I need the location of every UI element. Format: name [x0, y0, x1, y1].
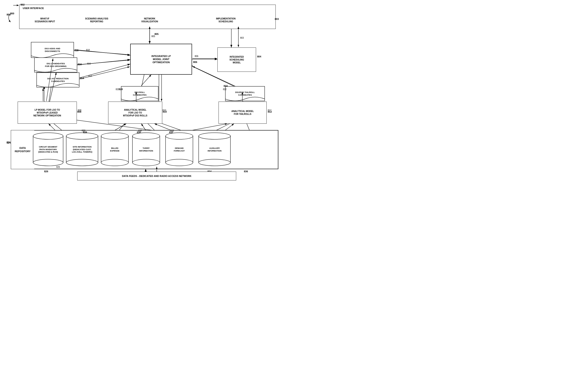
ref-826: 826 [44, 170, 48, 173]
ds1-candidates-box: DS1 CANDIDATES FOR DS3 GROOMING [34, 57, 77, 73]
ref-806: 806 [193, 61, 197, 63]
ref-805: 805 [154, 33, 159, 35]
svg-point-40 [33, 159, 63, 166]
network-viz-box: NETWORK VISUALIZATION [123, 11, 176, 29]
ref-820: 820 [119, 88, 123, 91]
demand-forecast-cylinder: DEMAND FORECAST [165, 132, 193, 166]
svg-point-54 [199, 133, 230, 139]
what-if-box: WHAT-IF SCENARIOS INPUT [20, 11, 70, 29]
svg-text:816: 816 [87, 63, 91, 65]
lp-model-box: LP MODEL FOR LSO TO MTSO/PoP LEASED NETW… [18, 102, 77, 124]
ref-836: 836 [244, 170, 248, 173]
svg-point-46 [101, 159, 128, 166]
analytical-lso-box: ANALYTICAL MODEL FOR LSO TO MTSO/PoP DS3… [108, 102, 162, 124]
diagram: 800 800 USER INTERFACE 802 WHAT-IF SCENA… [0, 0, 288, 196]
ds1-iot-box: DS1 IOT REDUCTION CANDIDATES [36, 73, 79, 87]
svg-line-86 [154, 124, 171, 130]
ref-818: 818 [74, 49, 78, 52]
ds1-ds3-tail-box: DS1/DS3 TAILROLL CANDIDATES [225, 86, 265, 101]
svg-line-82 [115, 124, 126, 130]
billed-expense-cylinder: BILLED EXPENSE [101, 132, 129, 166]
integrated-sched-box: INTEGRATED SCHEDULING MODEL [217, 48, 256, 72]
scenario-analysis-box: SCENARIO ANALYSIS REPORTING [70, 11, 123, 29]
ds3-adds-box: DS3 ADDS AND DISCONNECTS [31, 42, 74, 58]
svg-line-89 [225, 124, 234, 130]
ref-810: 810 [163, 110, 167, 113]
auxiliary-info-cylinder: AUXILIARY INFORMATION [198, 132, 231, 166]
circuit-segment-cylinder: CIRCUIT SEGMENT /PATH INVENTORY (DEDICAT… [33, 132, 64, 166]
svg-text:806: 806 [195, 55, 198, 57]
data-repository-box: DATA REPOSITORY [11, 130, 34, 169]
ref-828: 828 [83, 131, 87, 134]
svg-text:800: 800 [10, 12, 14, 15]
svg-point-45 [101, 133, 128, 139]
svg-point-51 [166, 133, 193, 139]
svg-line-66 [77, 60, 130, 65]
svg-point-48 [132, 133, 160, 139]
ref-803: 803 [275, 18, 279, 20]
ref-812: 812 [268, 110, 272, 113]
integrated-lp-box: INTEGRATED LP MODEL JOINT OPTIMIZATION [130, 44, 192, 75]
svg-line-80 [48, 124, 55, 130]
svg-text:803: 803 [240, 37, 244, 39]
svg-point-42 [66, 133, 98, 139]
svg-point-52 [166, 159, 193, 166]
ref-822: 822 [224, 85, 228, 87]
ref-816: 816 [78, 63, 82, 66]
impl-sched-box: IMPLEMENTATION SCHEDULING [176, 11, 275, 29]
svg-point-55 [199, 159, 230, 166]
svg-line-76 [141, 75, 151, 86]
svg-text:814: 814 [88, 75, 92, 77]
ref-804: 804 [257, 55, 261, 58]
ref-802: 802 [21, 3, 24, 6]
data-feeds-box: DATA FEEDS - DEDICATED AND RADIO ACCESS … [77, 172, 236, 180]
svg-point-43 [66, 159, 98, 166]
svg-line-84 [141, 124, 146, 130]
svg-line-64 [74, 50, 130, 55]
ref-814: 814 [80, 77, 84, 79]
svg-text:805: 805 [151, 35, 155, 38]
svg-line-68 [79, 67, 130, 79]
svg-point-49 [132, 159, 160, 166]
site-info-cylinder: SITE INFORMATION (DEDICATED CUST. LOC./C… [66, 132, 98, 166]
analytical-tail-box: ANALYTICAL MODEL FOR TAILROLLS [218, 102, 267, 124]
ref-824: 824 [7, 141, 11, 144]
ref-808: 808 [77, 110, 81, 113]
svg-line-10 [75, 50, 130, 55]
svg-line-88 [192, 124, 227, 130]
svg-text:818: 818 [86, 49, 90, 51]
arrow-802 [13, 3, 21, 7]
tariff-info-cylinder: TARIFF INFORMATION [132, 132, 160, 166]
user-interface-label: USER INTERFACE [20, 5, 275, 11]
svg-point-39 [33, 133, 63, 139]
svg-line-11 [75, 60, 130, 65]
ds3-roll-box: DS3 ROLL CANDIDATES [121, 86, 159, 101]
curved-arrow-800: 800 [6, 12, 18, 24]
